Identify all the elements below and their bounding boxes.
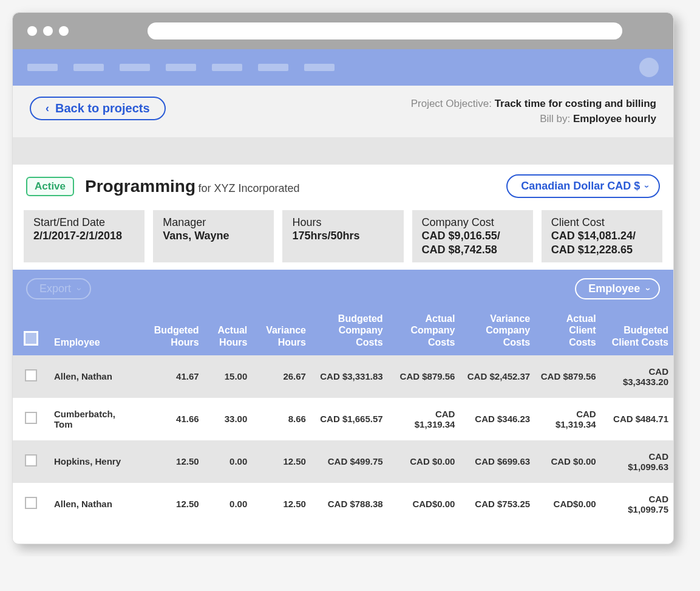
cell-budgeted-hours: 41.66 — [140, 398, 204, 440]
col-budgeted-company: Budgeted Company Costs — [311, 308, 388, 355]
col-variance-hours: Variance Hours — [252, 308, 311, 355]
cell-variance-hours: 26.67 — [252, 355, 311, 398]
info-card-hours: Hours 175hrs/50hrs — [282, 210, 403, 262]
bill-by-value: Employee hourly — [573, 113, 656, 125]
manager-label: Manager — [163, 216, 264, 229]
col-actual-company: Actual Company Costs — [388, 308, 460, 355]
bottom-pad — [13, 525, 673, 544]
nav-item[interactable] — [120, 64, 150, 71]
url-bar[interactable] — [148, 22, 622, 39]
cell-name: Allen, Nathan — [49, 355, 140, 398]
row-checkbox[interactable] — [25, 497, 37, 509]
window-control-dot[interactable] — [27, 26, 37, 36]
col-employee: Employee — [49, 308, 140, 355]
cell-budgeted-hours: 12.50 — [140, 440, 204, 483]
cell-variance-company: CAD $2,452.37 — [460, 355, 535, 398]
client-cost-value: CAD $14,081.24/ CAD $12,228.65 — [551, 229, 653, 256]
client-cost-label: Client Cost — [551, 216, 653, 229]
info-card-company-cost: Company Cost CAD $9,016.55/ CAD $8,742.5… — [412, 210, 533, 262]
table-row: Cumberbatch, Tom 41.66 33.00 8.66 CAD $1… — [13, 398, 673, 440]
cell-variance-company: CAD $753.25 — [460, 483, 535, 525]
objective-value: Track time for costing and billing — [495, 98, 656, 109]
cell-budgeted-hours: 12.50 — [140, 483, 204, 525]
table-controls: Export › Employee › — [13, 270, 673, 308]
table-row: Allen, Nathan 12.50 0.00 12.50 CAD $788.… — [13, 483, 673, 525]
view-label: Employee — [588, 282, 640, 295]
select-all-checkbox[interactable] — [24, 331, 38, 346]
table-row: Allen, Nathan 41.67 15.00 26.67 CAD $3,3… — [13, 355, 673, 398]
chevron-down-icon: › — [75, 287, 84, 290]
currency-label: Canadian Dollar CAD $ — [521, 180, 640, 193]
col-actual-client: Actual Client Costs — [535, 308, 600, 355]
col-actual-hours: Actual Hours — [204, 308, 253, 355]
spacer-band — [13, 138, 673, 165]
row-checkbox[interactable] — [25, 412, 37, 424]
cell-actual-client: CAD $879.56 — [535, 355, 600, 398]
window-control-dot[interactable] — [59, 26, 69, 36]
chevron-left-icon: ‹ — [46, 102, 49, 115]
nav-item[interactable] — [73, 64, 104, 71]
row-checkbox[interactable] — [25, 369, 37, 381]
info-cards: Start/End Date 2/1/2017-2/1/2018 Manager… — [13, 207, 673, 270]
project-client: XYZ Incorporated — [214, 182, 300, 194]
sub-header: ‹ Back to projects Project Objective: Tr… — [13, 86, 673, 138]
cell-actual-company: CAD$0.00 — [388, 483, 460, 525]
col-variance-company: Variance Company Costs — [460, 308, 535, 355]
export-select[interactable]: Export › — [26, 278, 91, 299]
app-window: ‹ Back to projects Project Objective: Tr… — [12, 12, 674, 544]
col-budgeted-client: Budgeted Client Costs — [601, 308, 673, 355]
back-to-projects-button[interactable]: ‹ Back to projects — [30, 97, 166, 120]
cell-name: Allen, Nathan — [49, 483, 140, 525]
cell-actual-hours: 15.00 — [204, 355, 253, 398]
cell-name: Hopkins, Henry — [49, 440, 140, 483]
cell-variance-company: CAD $699.63 — [460, 440, 535, 483]
row-checkbox[interactable] — [25, 454, 37, 466]
cell-budgeted-company: CAD $1,665.57 — [311, 398, 388, 440]
company-cost-label: Company Cost — [422, 216, 523, 229]
cell-actual-company: CAD $879.56 — [388, 355, 460, 398]
cell-variance-hours: 12.50 — [252, 483, 311, 525]
cell-budgeted-client: CAD $1,099.63 — [601, 440, 673, 483]
cell-actual-client: CAD $0.00 — [535, 440, 600, 483]
company-cost-value: CAD $9,016.55/ CAD $8,742.58 — [422, 229, 523, 256]
nav-item[interactable] — [166, 64, 196, 71]
info-card-client-cost: Client Cost CAD $14,081.24/ CAD $12,228.… — [542, 210, 662, 262]
title-row: Active Programming for XYZ Incorporated … — [13, 165, 673, 207]
cell-actual-client: CAD $1,319.34 — [535, 398, 600, 440]
cell-budgeted-client: CAD $484.71 — [601, 398, 673, 440]
cell-actual-hours: 33.00 — [204, 398, 253, 440]
back-label: Back to projects — [55, 101, 150, 115]
window-control-dot[interactable] — [43, 26, 53, 36]
cell-name: Cumberbatch, Tom — [49, 398, 140, 440]
nav-item[interactable] — [304, 64, 335, 71]
status-badge: Active — [26, 177, 74, 196]
project-meta: Project Objective: Track time for costin… — [411, 97, 656, 126]
cell-actual-client: CAD$0.00 — [535, 483, 600, 525]
date-label: Start/End Date — [33, 216, 135, 229]
col-budgeted-hours: Budgeted Hours — [140, 308, 204, 355]
employee-table: Employee Budgeted Hours Actual Hours Var… — [13, 308, 673, 525]
avatar[interactable] — [639, 58, 659, 77]
export-label: Export — [39, 282, 71, 295]
cell-budgeted-client: CAD $3,3433.20 — [601, 355, 673, 398]
project-title: Programming — [85, 177, 195, 196]
nav-item[interactable] — [258, 64, 288, 71]
browser-chrome — [13, 13, 673, 49]
chevron-down-icon: › — [644, 287, 654, 290]
cell-actual-hours: 0.00 — [204, 483, 253, 525]
view-select[interactable]: Employee › — [575, 278, 660, 299]
bill-by-label: Bill by: — [540, 113, 573, 125]
currency-select[interactable]: Canadian Dollar CAD $ › — [506, 174, 660, 198]
cell-budgeted-hours: 41.67 — [140, 355, 204, 398]
top-nav — [13, 49, 673, 86]
cell-budgeted-company: CAD $499.75 — [311, 440, 388, 483]
nav-item[interactable] — [27, 64, 58, 71]
objective-label: Project Objective: — [411, 98, 495, 109]
info-card-date: Start/End Date 2/1/2017-2/1/2018 — [24, 210, 144, 262]
date-value: 2/1/2017-2/1/2018 — [33, 229, 135, 243]
cell-budgeted-client: CAD $1,099.75 — [601, 483, 673, 525]
nav-item[interactable] — [212, 64, 242, 71]
cell-variance-hours: 8.66 — [252, 398, 311, 440]
hours-label: Hours — [292, 216, 393, 229]
manager-value: Vans, Wayne — [163, 229, 264, 243]
